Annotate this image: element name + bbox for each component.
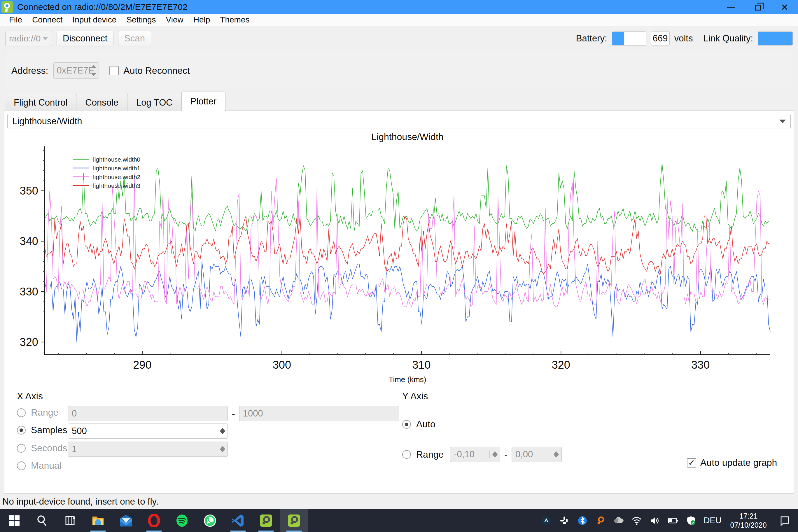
svg-text:330: 330	[691, 359, 710, 371]
auto-update-checkbox[interactable]: ✓	[687, 458, 696, 468]
security-tray-button[interactable]	[682, 509, 700, 532]
taskbar-clock[interactable]: 17:21 07/10/2020	[725, 512, 772, 530]
start-button[interactable]	[0, 509, 28, 532]
svg-text:320: 320	[20, 336, 38, 348]
menu-bar: File Connect Input device Settings View …	[0, 14, 798, 26]
x-manual-radio	[17, 461, 26, 470]
task-view-button[interactable]	[56, 509, 84, 532]
x-manual-label: Manual	[31, 460, 61, 471]
auto-reconnect-checkbox[interactable]	[109, 66, 119, 75]
main-tabs: Flight Control Console Log TOC Plotter	[5, 92, 225, 111]
y-auto-radio[interactable]	[402, 420, 411, 429]
link-quality-label: Link Quality:	[703, 33, 753, 44]
menu-connect[interactable]: Connect	[27, 15, 68, 24]
hidden-icons-button[interactable]	[537, 509, 555, 532]
menu-view[interactable]: View	[161, 15, 188, 24]
disconnect-button[interactable]: Disconnect	[57, 31, 113, 46]
y-range-radio[interactable]	[402, 450, 411, 459]
plot-canvas[interactable]: 320330340350290300310320330Lighthouse/Wi…	[10, 132, 789, 390]
address-label: Address:	[12, 65, 48, 76]
svg-text:320: 320	[552, 359, 570, 371]
mail-icon	[119, 514, 133, 527]
cfclient-tray-button[interactable]	[591, 509, 610, 532]
onedrive-tray-button[interactable]	[610, 509, 628, 532]
bluetooth-icon	[577, 516, 587, 526]
windows-taskbar: DEU 17:21 07/10/2020	[0, 509, 798, 532]
volts-label: volts	[674, 33, 693, 44]
battery-tray-button[interactable]	[664, 509, 682, 532]
svg-text:lighthouse.width0: lighthouse.width0	[93, 156, 140, 163]
tab-plotter[interactable]: Plotter	[182, 92, 226, 111]
speaker-icon	[649, 516, 660, 526]
address-spin-buttons	[88, 63, 99, 78]
y-from-spin-buttons	[489, 451, 500, 458]
bluetooth-tray-button[interactable]	[573, 509, 591, 532]
menu-themes[interactable]: Themes	[215, 15, 254, 24]
running-indicator	[259, 531, 273, 532]
mail-button[interactable]	[112, 509, 140, 532]
cfclient-taskbar-button[interactable]	[252, 509, 280, 532]
search-icon	[36, 514, 49, 527]
close-button[interactable]: ×	[771, 0, 798, 14]
menu-file[interactable]: File	[4, 15, 27, 24]
slack-tray-button[interactable]	[555, 509, 573, 532]
file-explorer-button[interactable]	[84, 509, 112, 532]
security-shield-icon	[686, 515, 696, 526]
menu-help[interactable]: Help	[188, 15, 215, 24]
minimize-button[interactable]	[718, 0, 744, 14]
x-samples-radio[interactable]	[17, 426, 26, 435]
x-samples-label: Samples	[31, 425, 68, 435]
tab-console[interactable]: Console	[76, 94, 128, 111]
spin-up-icon	[220, 446, 225, 449]
menu-settings[interactable]: Settings	[121, 15, 161, 24]
spin-up-icon	[492, 451, 498, 454]
whatsapp-button[interactable]	[196, 509, 224, 532]
spotify-button[interactable]	[168, 509, 196, 532]
svg-text:310: 310	[412, 359, 431, 371]
address-value: 0xE7E7E	[54, 63, 88, 78]
x-range-label: Range	[31, 407, 58, 418]
restore-button[interactable]	[744, 0, 771, 14]
cfclient-active-taskbar-button[interactable]	[280, 509, 308, 532]
task-view-icon	[63, 514, 76, 527]
onedrive-cloud-icon	[613, 516, 624, 526]
status-bar: No input-device found, insert one to fly…	[0, 494, 798, 509]
range-separator: -	[232, 408, 235, 419]
taskbar-search-button[interactable]	[28, 509, 56, 532]
x-range-from-field: 0	[68, 406, 228, 421]
running-indicator	[286, 531, 302, 532]
battery-label: Battery:	[576, 33, 607, 44]
action-center-button[interactable]	[772, 509, 798, 532]
auto-update-label: Auto update graph	[700, 457, 777, 468]
tab-log-toc[interactable]: Log TOC	[127, 94, 182, 111]
tab-flight-control[interactable]: Flight Control	[5, 94, 76, 111]
opera-button[interactable]	[140, 509, 168, 532]
x-seconds-radio	[17, 444, 26, 453]
plot-config-selector[interactable]: Lighthouse/Width	[7, 114, 791, 129]
svg-text:lighthouse.width1: lighthouse.width1	[93, 165, 140, 171]
spotify-icon	[175, 514, 189, 527]
cfclient-tray-icon	[595, 516, 606, 526]
range-separator: -	[504, 449, 508, 460]
menu-input-device[interactable]: Input device	[68, 15, 121, 24]
clock-date: 07/10/2020	[725, 520, 772, 530]
plotter-tab-content: Lighthouse/Width 32033034035029030031032…	[4, 111, 794, 494]
opera-icon	[148, 514, 160, 527]
wifi-icon	[631, 516, 642, 526]
x-samples-field[interactable]: 500	[68, 423, 228, 439]
connection-toolbar: radio://0 Disconnect Scan Battery: 669 v…	[0, 27, 798, 50]
svg-text:lighthouse.width2: lighthouse.width2	[93, 173, 140, 180]
battery-voltage-value: 669	[651, 32, 670, 45]
wifi-tray-button[interactable]	[628, 509, 646, 532]
language-indicator[interactable]: DEU	[700, 516, 725, 525]
volume-tray-button[interactable]	[646, 509, 664, 532]
spin-down-icon	[554, 454, 559, 458]
vscode-button[interactable]	[224, 509, 252, 532]
spin-up-icon	[554, 451, 559, 454]
chevron-down-icon	[779, 119, 786, 124]
auto-update-row: ✓ Auto update graph	[687, 457, 777, 468]
plot-config-value: Lighthouse/Width	[12, 116, 82, 127]
x-seconds-label: Seconds	[31, 443, 68, 454]
samples-spin-buttons[interactable]	[217, 428, 228, 434]
svg-text:290: 290	[133, 359, 151, 371]
